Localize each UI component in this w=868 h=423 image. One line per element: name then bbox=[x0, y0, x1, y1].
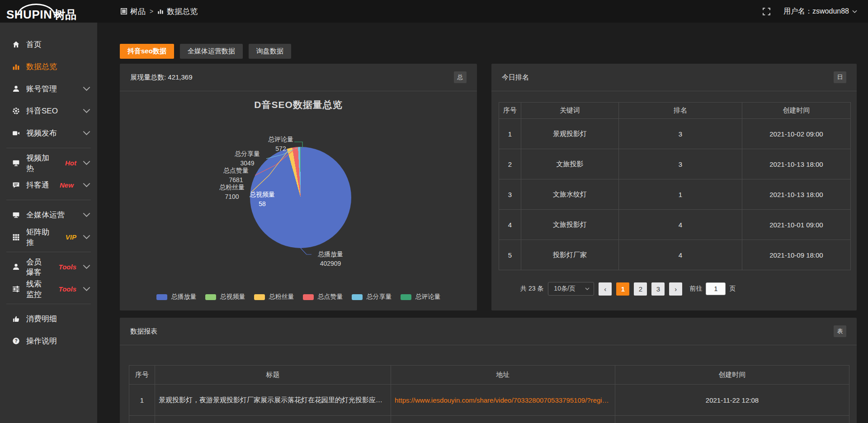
video-title-cell: 景观投影灯，夜游景观投影灯厂家展示展示落花灯在花园里的灯光投影应用效果 # bbox=[155, 385, 391, 416]
sidebar-item-label: 消费明细 bbox=[26, 314, 57, 324]
sidebar-item-video-heat[interactable]: 视频加热 Hot bbox=[0, 152, 97, 174]
legend-item-shares[interactable]: 总分享量 bbox=[352, 293, 392, 301]
pagination-total: 共 23 条 bbox=[520, 285, 543, 293]
col-title: 标题 bbox=[155, 366, 391, 385]
sidebar-divider bbox=[6, 252, 91, 252]
app-window-icon bbox=[121, 8, 127, 14]
new-badge: New bbox=[60, 181, 74, 189]
username-label: 用户名：zswodun88 bbox=[783, 7, 849, 16]
question-icon: ? bbox=[12, 337, 20, 345]
member-icon bbox=[12, 263, 20, 271]
sidebar-item-label: 视频加热 bbox=[26, 153, 55, 174]
tools-badge: Tools bbox=[59, 285, 76, 293]
sidebar-item-douyin-seo[interactable]: 抖音SEO bbox=[0, 100, 97, 122]
chart-bar-icon bbox=[157, 8, 164, 14]
col-rank: 排名 bbox=[619, 103, 742, 119]
next-page-button[interactable]: › bbox=[669, 282, 682, 296]
video-link[interactable]: https://www.iesdouyin.com/share/video/70… bbox=[391, 385, 615, 416]
sidebar-item-spend-detail[interactable]: 消费明细 bbox=[0, 308, 97, 330]
prev-page-button[interactable]: ‹ bbox=[599, 282, 612, 296]
breadcrumb-root[interactable]: 树品 bbox=[121, 6, 146, 17]
chart-title: D音SEO数据量总览 bbox=[120, 99, 477, 111]
data-report-panel: 数据报表 表 序号 标题 地址 创建时间 bbox=[120, 318, 857, 423]
seo-overview-panel: 展现量总数: 421,369 总 D音SEO数据量总览 总评论量572 bbox=[120, 64, 477, 310]
sidebar-item-data-overview[interactable]: 数据总览 bbox=[0, 56, 97, 78]
total-view-button[interactable]: 总 bbox=[454, 71, 467, 83]
sidebar-item-label: 抖客通 bbox=[26, 180, 49, 190]
page-size-select[interactable]: 10条/页 bbox=[548, 282, 594, 296]
screencast-icon bbox=[12, 159, 20, 167]
data-tabs: 抖音seo数据 全媒体运营数据 询盘数据 bbox=[120, 44, 857, 59]
sidebar-item-lead-monitor[interactable]: 线索监控 Tools bbox=[0, 278, 97, 300]
breadcrumb-current: 数据总览 bbox=[157, 6, 198, 17]
goto-unit: 页 bbox=[729, 285, 736, 293]
pie-label-videos: 总视频量58 bbox=[245, 190, 279, 209]
col-index: 序号 bbox=[499, 103, 521, 119]
table-row: 1景观投影灯32021-10-02 09:00 bbox=[499, 119, 851, 149]
chevron-down-icon bbox=[83, 85, 90, 93]
chevron-down-icon bbox=[83, 285, 90, 293]
table-row bbox=[129, 416, 849, 423]
page-button-2[interactable]: 2 bbox=[634, 282, 647, 296]
sidebar-item-label: 全媒体运营 bbox=[26, 210, 65, 220]
user-menu[interactable]: 用户名：zswodun88 bbox=[783, 7, 857, 16]
chevron-down-icon bbox=[83, 263, 90, 271]
sidebar: 首页 数据总览 账号管理 抖音SEO 视频发布 视频加热 Hot bbox=[0, 23, 97, 423]
table-view-button[interactable]: 表 bbox=[834, 325, 846, 337]
legend-item-fans[interactable]: 总粉丝量 bbox=[254, 293, 294, 301]
legend-item-comments[interactable]: 总评论量 bbox=[401, 293, 441, 301]
table-row: 3文旅水纹灯12021-10-13 18:00 bbox=[499, 179, 851, 210]
table-header-row: 序号 关键词 排名 创建时间 bbox=[499, 103, 851, 119]
sidebar-item-video-publish[interactable]: 视频发布 bbox=[0, 122, 97, 144]
goto-page-input[interactable] bbox=[706, 282, 726, 295]
pie-label-plays: 总播放量402909 bbox=[310, 249, 351, 268]
sidebar-item-label: 操作说明 bbox=[26, 336, 57, 346]
sidebar-item-home[interactable]: 首页 bbox=[0, 33, 97, 56]
sidebar-item-doukentong[interactable]: 抖客通 New bbox=[0, 174, 97, 196]
col-index: 序号 bbox=[129, 366, 155, 385]
table-row: 4文旅投影灯42021-10-01 09:00 bbox=[499, 210, 851, 240]
chevron-down-icon bbox=[83, 159, 90, 167]
main-content: 抖音seo数据 全媒体运营数据 询盘数据 展现量总数: 421,369 总 D音… bbox=[97, 23, 868, 423]
breadcrumb-current-label: 数据总览 bbox=[167, 6, 198, 17]
sidebar-item-matrix-boost[interactable]: 矩阵助推 VIP bbox=[0, 226, 97, 248]
chevron-down-icon bbox=[585, 287, 590, 290]
svg-text:?: ? bbox=[14, 338, 17, 343]
user-icon bbox=[12, 85, 20, 93]
pie-label-likes: 总点赞量7681 bbox=[218, 166, 254, 185]
sidebar-item-label: 账号管理 bbox=[26, 84, 57, 94]
tab-douyin-seo-data[interactable]: 抖音seo数据 bbox=[120, 44, 174, 59]
legend-item-likes[interactable]: 总点赞量 bbox=[303, 293, 343, 301]
breadcrumb: 树品 > 数据总览 bbox=[121, 6, 198, 17]
sidebar-item-omnimedia[interactable]: 全媒体运营 bbox=[0, 204, 97, 226]
grid-icon bbox=[12, 233, 20, 241]
sidebar-divider bbox=[6, 304, 91, 304]
breadcrumb-root-label: 树品 bbox=[130, 6, 146, 17]
ranking-panel-title: 今日排名 bbox=[502, 73, 529, 82]
report-table: 序号 标题 地址 创建时间 1 景观投影灯，夜游景观投影灯厂家展示展示落花灯在花… bbox=[129, 365, 849, 423]
tab-inquiry-data[interactable]: 询盘数据 bbox=[249, 44, 291, 59]
sliders-icon bbox=[12, 285, 20, 293]
top-header: SHUPIN 树品 树品 > 数据总览 用户名：zswodun88 bbox=[0, 0, 868, 23]
sidebar-item-label: 矩阵助推 bbox=[26, 227, 55, 248]
day-view-button[interactable]: 日 bbox=[834, 71, 846, 83]
page-button-1[interactable]: 1 bbox=[616, 282, 629, 296]
sidebar-item-help[interactable]: ? 操作说明 bbox=[0, 330, 97, 352]
table-row: 1 景观投影灯，夜游景观投影灯厂家展示展示落花灯在花园里的灯光投影应用效果 # … bbox=[129, 385, 849, 416]
home-icon bbox=[12, 41, 20, 48]
legend-item-videos[interactable]: 总视频量 bbox=[205, 293, 245, 301]
sidebar-item-accounts[interactable]: 账号管理 bbox=[0, 78, 97, 100]
pie-chart-area: D音SEO数据量总览 总评论量572 总分享量3049 bbox=[120, 91, 477, 310]
monitor-icon bbox=[12, 211, 20, 219]
page-button-3[interactable]: 3 bbox=[651, 282, 665, 296]
chart-bar-icon bbox=[12, 63, 20, 70]
legend-item-plays[interactable]: 总播放量 bbox=[156, 293, 197, 301]
tab-omnimedia-data[interactable]: 全媒体运营数据 bbox=[180, 44, 243, 59]
col-created: 创建时间 bbox=[742, 103, 851, 119]
fullscreen-icon[interactable] bbox=[762, 7, 771, 16]
chat-icon bbox=[12, 181, 20, 189]
pie-label-fans: 总粉丝量7100 bbox=[214, 183, 250, 202]
col-keyword: 关键词 bbox=[521, 103, 619, 119]
sidebar-item-member-blast[interactable]: 会员爆客 Tools bbox=[0, 256, 97, 278]
ranking-table: 序号 关键词 排名 创建时间 1景观投影灯32021-10-02 09:00 bbox=[499, 102, 851, 270]
